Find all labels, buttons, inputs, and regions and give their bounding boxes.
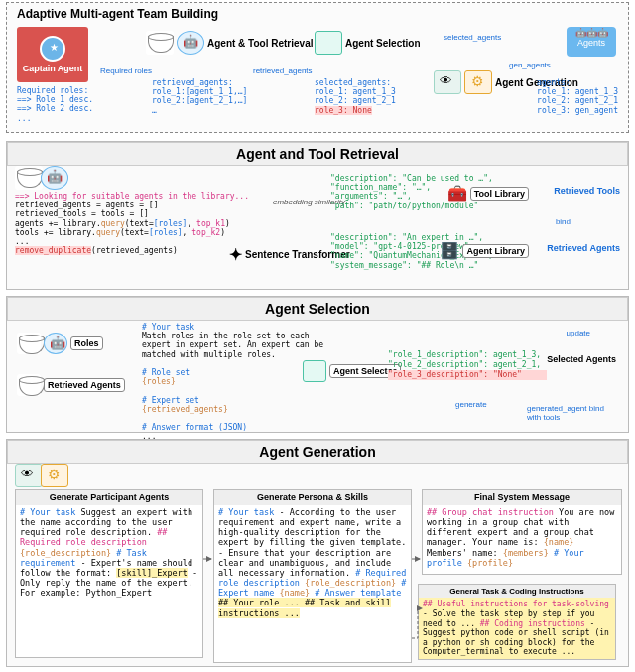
gear-icon: [464, 70, 492, 94]
agents-chip-label: Agents: [577, 38, 605, 48]
general-body: ## Useful instructions for task-solving …: [423, 600, 611, 657]
tool-library-label: Tool Library: [470, 187, 529, 201]
roles-pill: Roles: [17, 333, 103, 354]
card1-body: # Your task Suggest an expert with the n…: [20, 507, 198, 599]
card3-body: ## Group chat instruction You are now wo…: [427, 507, 617, 568]
stage-selection: Agent Selection: [315, 31, 421, 55]
roles-label: Roles: [70, 336, 103, 350]
general-title: General Task & Coding Instructions: [419, 585, 615, 599]
required-roles-code: Required roles: ==> Role 1 desc. ==> Rol…: [17, 86, 93, 123]
card2-title: Generate Persona & Skills: [214, 490, 411, 505]
selector-screen-icon: [303, 360, 326, 382]
generation-title: Agent Generation: [7, 440, 628, 464]
retrieval-panel: Agent and Tool Retrieval ==> Looking for…: [6, 141, 629, 290]
selection-panel: Agent Selection Roles Retrieved Agents #…: [6, 296, 629, 433]
card1-title: Generate Participant Agents: [16, 490, 202, 505]
bot-icon: [177, 31, 204, 55]
retrieved-tools-label: Retrieved Tools: [554, 186, 620, 196]
db-icon: [15, 166, 43, 190]
selected-agents-out: Selected Agents: [547, 354, 616, 364]
card-participant-agents: Generate Participant Agents # Your task …: [15, 489, 203, 658]
gen-eye-icon: [15, 464, 43, 487]
stage-retrieval-label: Agent & Tool Retrieval: [207, 38, 314, 49]
selected-agents-text: selected_agents: role_1: agent_1_3 role_…: [315, 78, 396, 105]
generation-panel: Agent Generation Generate Participant Ag…: [6, 439, 629, 667]
agent-library: 🗄️ Agent Library: [440, 241, 529, 260]
generate-label: generate: [455, 400, 487, 409]
bind-label: bind: [556, 217, 571, 226]
card3-title: Final System Message: [423, 490, 621, 505]
card-final-system-message: Final System Message ## Group chat instr…: [422, 489, 622, 575]
sel-json-3: "role_3_description": "None": [388, 370, 547, 380]
ra-db-icon: [17, 374, 41, 396]
server-icon: 🗄️: [440, 241, 459, 260]
selection-title: Agent Selection: [7, 297, 628, 321]
sel-json-2: "role_2_description": agent_2_1,: [388, 360, 547, 370]
captain-agent-card: Captain Agent: [17, 27, 88, 82]
update-label: update: [567, 329, 590, 337]
agent-selector: Agent Selector: [303, 360, 401, 382]
retrieved-agents-pill: Retrieved Agents: [17, 374, 125, 396]
retrieval-bot-icon: [41, 166, 68, 190]
gen-bind-label: generated_agent bind with tools: [527, 404, 616, 422]
adaptive-team-building-panel: Adaptive Multi-agent Team Building Capta…: [6, 2, 629, 133]
captain-icon: [40, 36, 65, 62]
eye-icon: [434, 70, 461, 94]
screen-icon: [315, 31, 342, 55]
arrow-selected-agents: selected_agents: [444, 33, 501, 42]
retrieved-agents-label: Retrieved Agents: [547, 243, 620, 253]
database-icon: [146, 31, 174, 55]
retrieved-agents-code: retrieved_agents: role_1:[agent_1_1,…] r…: [152, 78, 247, 115]
selected-none-text: role_3: None: [315, 106, 372, 115]
stage-selection-label: Agent Selection: [345, 38, 421, 49]
arrow-retrieved-agents: retrieved_agents: [253, 67, 313, 75]
roles-bot-icon: [44, 333, 67, 354]
selected-agents-code: selected_agents: role_1: agent_1_3 role_…: [315, 78, 396, 115]
arrow-gen-agents: gen_agents: [509, 61, 551, 69]
toolbox-icon: 🧰: [447, 184, 467, 202]
card-persona-skills: Generate Persona & Skills # Your task - …: [213, 489, 412, 663]
card-general-instructions: General Task & Coding Instructions ## Us…: [418, 584, 616, 660]
roles-db-icon: [17, 333, 41, 354]
gen-gear-icon: [41, 464, 68, 487]
tool-library: 🧰 Tool Library: [447, 184, 529, 202]
retrieved-agents-text: retrieved_agents: role_1:[agent_1_1,…] r…: [152, 78, 247, 115]
agent-library-label: Agent Library: [462, 244, 529, 258]
selected-json: "role_1_description": agent_1_3, "role_2…: [388, 350, 547, 380]
agents-output-code: agents: role_1: agent_1_3 role_2: agent_…: [537, 78, 618, 115]
retrieval-title: Agent and Tool Retrieval: [7, 142, 628, 166]
arrow-required-roles: Required roles: [100, 67, 152, 75]
retrieved-agents-pill-label: Retrieved Agents: [44, 378, 125, 392]
panel-title: Adaptive Multi-agent Team Building: [17, 7, 218, 21]
selection-prompt: # Your task Match roles in the role set …: [142, 323, 323, 441]
diagram-root: Adaptive Multi-agent Team Building Capta…: [0, 0, 635, 672]
vector-icon: ✦: [229, 245, 242, 264]
retrieval-code: ==> Looking for suitable agents in the l…: [15, 192, 249, 255]
captain-label: Captain Agent: [23, 64, 83, 73]
agents-chip: Agents: [567, 27, 616, 57]
sel-json-1: "role_1_description": agent_1_3,: [388, 350, 547, 360]
card2-body: # Your task - According to the user requ…: [218, 507, 407, 618]
stage-retrieval: Agent & Tool Retrieval: [146, 31, 314, 55]
